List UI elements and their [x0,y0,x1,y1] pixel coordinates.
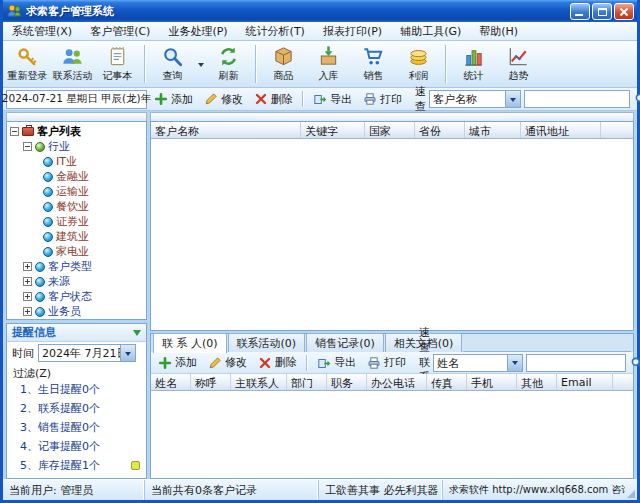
export-contact-button[interactable]: 导出 [313,353,360,373]
edit-contact-button[interactable]: 修改 [204,353,251,373]
customer-table-body[interactable] [151,139,633,330]
reminder-item-stock[interactable]: 5、库存提醒1个 [7,456,146,475]
menu-customer[interactable]: 客户管理(C) [81,22,159,41]
title-bar[interactable]: 求索客户管理系统 [3,0,637,22]
tree-node-catering[interactable]: 餐饮业 [7,199,146,214]
column-header[interactable]: 客户名称 [151,122,301,138]
collapse-arrow-icon[interactable] [133,330,141,340]
column-header[interactable]: 关键字 [301,122,365,138]
tree-node-customer-type[interactable]: 客户类型 [7,259,146,274]
chevron-down-icon[interactable] [505,91,520,107]
print-contact-button[interactable]: 打印 [363,353,410,373]
export-button[interactable]: 导出 [309,89,356,109]
column-header[interactable]: 传真 [427,374,467,390]
menu-system[interactable]: 系统管理(X) [3,22,81,41]
minimize-button[interactable] [570,3,590,20]
contact-search-button[interactable] [629,353,640,372]
coins-icon [407,45,430,68]
query-dropdown-button[interactable] [195,42,206,86]
expand-icon[interactable] [23,262,32,271]
chevron-down-icon[interactable] [120,345,135,361]
column-header[interactable]: 手机 [467,374,517,390]
edit-customer-button[interactable]: 修改 [200,89,247,109]
column-header[interactable]: 其他 [517,374,557,390]
add-contact-button[interactable]: 添加 [154,353,201,373]
contact-field-combo[interactable]: 姓名 [433,354,523,372]
tab-sales-records[interactable]: 销售记录(0) [306,333,384,352]
trend-button[interactable]: 趋势 [496,42,541,86]
column-header[interactable]: Email [557,374,613,390]
menu-report[interactable]: 报表打印(P) [314,22,391,41]
reminder-item-sales[interactable]: 3、销售提醒0个 [7,418,146,437]
status-brand-link[interactable]: 求索软件 http://www.xlq668.com 咨询QQ/WX [443,480,625,500]
status-current-user: 当前用户: 管理员 [3,480,145,500]
collapse-icon[interactable] [23,142,32,151]
contact-activity-button[interactable]: 联系活动 [50,42,95,86]
column-header[interactable]: 称呼 [191,374,231,390]
notepad-button[interactable]: 记事本 [95,42,140,86]
expand-icon[interactable] [23,292,32,301]
menu-tools[interactable]: 辅助工具(G) [391,22,470,41]
add-customer-button[interactable]: 添加 [150,89,197,109]
tree-node-finance[interactable]: 金融业 [7,169,146,184]
refresh-button[interactable]: 刷新 [206,42,251,86]
quick-field-combo[interactable]: 客户名称 [429,90,521,108]
contact-table-body[interactable] [151,391,633,478]
filter-label[interactable]: 过滤(Z) [7,364,146,380]
profit-button[interactable]: 利润 [396,42,441,86]
maximize-button[interactable] [592,3,612,20]
delete-contact-button[interactable]: 删除 [254,353,301,373]
industry-item-icon [43,187,53,197]
expand-icon[interactable] [23,277,32,286]
date-display[interactable]: 2024-07-21 星期日 甲辰(龙)年 [6,90,147,109]
menu-business[interactable]: 业务处理(P) [159,22,236,41]
tab-activities[interactable]: 联系活动(0) [228,333,306,352]
statistics-button[interactable]: 统计 [451,42,496,86]
column-header[interactable]: 主联系人 [231,374,287,390]
tree-node-securities[interactable]: 证券业 [7,214,146,229]
reminder-header[interactable]: 提醒信息 [7,324,146,342]
tree-node-source[interactable]: 来源 [7,274,146,289]
goods-button[interactable]: 商品 [261,42,306,86]
query-button[interactable]: 查询 [150,42,195,86]
column-header[interactable]: 姓名 [151,374,191,390]
tree-node-construction[interactable]: 建筑业 [7,229,146,244]
tab-contacts[interactable]: 联 系 人(0) [153,333,227,353]
column-header[interactable]: 国家 [365,122,415,138]
tree-node-appliance[interactable]: 家电业 [7,244,146,259]
sales-button[interactable]: 销售 [351,42,396,86]
menu-statistics[interactable]: 统计分析(T) [237,22,314,41]
collapse-icon[interactable] [10,127,19,136]
chevron-down-icon[interactable] [507,355,522,371]
column-header[interactable]: 通讯地址 [521,122,601,138]
tree-node-transport[interactable]: 运输业 [7,184,146,199]
column-header[interactable]: 部门 [287,374,327,390]
reminder-item-birthday[interactable]: 1、生日提醒0个 [7,380,146,399]
quick-toolbar: 2024-07-21 星期日 甲辰(龙)年 添加 修改 删除 导出 [3,88,637,111]
tree-node-industry[interactable]: 行业 [7,139,146,154]
tree-node-it[interactable]: IT业 [7,154,146,169]
column-header[interactable]: 省份 [415,122,465,138]
search-button[interactable] [633,90,640,109]
reminder-item-contact[interactable]: 2、联系提醒0个 [7,399,146,418]
tree-node-status[interactable]: 客户状态 [7,289,146,304]
tree-node-salesman[interactable]: 业务员 [7,304,146,319]
reminder-item-note[interactable]: 4、记事提醒0个 [7,437,146,456]
toolbar-separator [144,45,146,83]
menu-help[interactable]: 帮助(H) [470,22,527,41]
reminder-date-combo[interactable]: 2024年 7月21日 [38,344,136,362]
column-header[interactable]: 城市 [465,122,521,138]
column-header[interactable]: 办公电话 [367,374,427,390]
close-button[interactable] [614,3,634,20]
printer-icon [363,92,377,106]
column-header[interactable]: 职务 [327,374,367,390]
print-button[interactable]: 打印 [359,89,406,109]
relogin-button[interactable]: 重新登录 [5,42,50,86]
delete-customer-button[interactable]: 删除 [250,89,297,109]
expand-icon[interactable] [23,307,32,316]
customer-search-input[interactable] [524,90,630,108]
stock-in-button[interactable]: 入库 [306,42,351,86]
tree-node-customer-list[interactable]: 客户列表 [7,124,146,139]
contact-search-input[interactable] [526,354,626,372]
resize-grip[interactable] [625,480,637,500]
